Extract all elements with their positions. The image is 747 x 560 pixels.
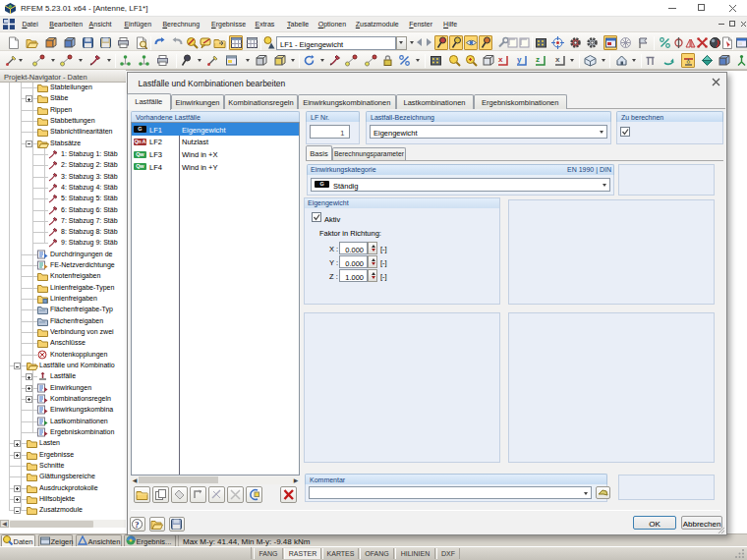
svg-text:x: x: [555, 55, 560, 64]
svg-text:y: y: [517, 55, 522, 64]
svg-text:x: x: [498, 55, 503, 64]
svg-text:z: z: [536, 55, 540, 64]
svg-text:?: ?: [135, 520, 140, 530]
